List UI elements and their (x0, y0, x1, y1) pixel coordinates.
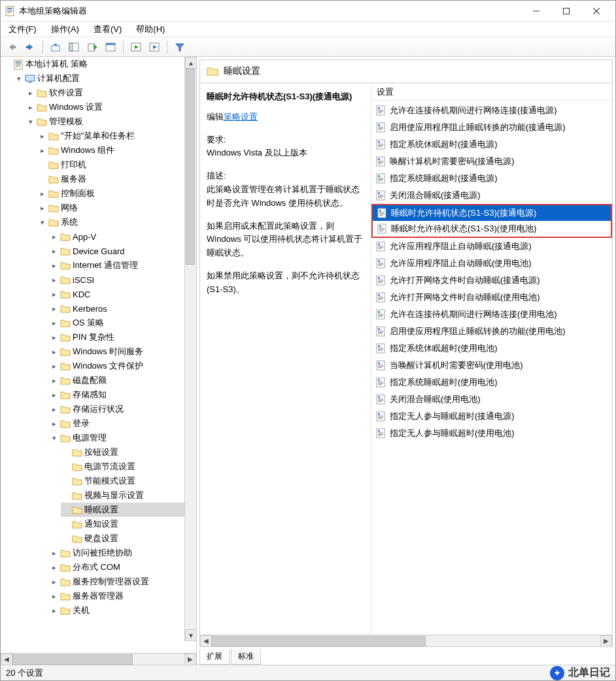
settings-list-item[interactable]: 允许应用程序阻止自动睡眠(使用电池) (371, 255, 612, 272)
tree-system-child[interactable]: ▸访问被拒绝协助 (49, 546, 196, 560)
tree-power-child[interactable]: 通知设置 (61, 517, 196, 531)
maximize-button[interactable] (551, 1, 581, 21)
scroll-up-button[interactable]: ▲ (185, 57, 196, 69)
tree-expander-icon[interactable]: ▾ (15, 75, 23, 83)
tree-expander-icon[interactable]: ▸ (50, 233, 58, 241)
settings-list-item[interactable]: 指定系统睡眠超时(接通电源) (371, 170, 612, 187)
tree-expander-icon[interactable]: ▸ (50, 391, 58, 399)
settings-list-item[interactable]: 指定无人参与睡眠超时(使用电池) (371, 425, 612, 442)
tree-power-child[interactable]: 节能模式设置 (61, 474, 196, 488)
tab-extended[interactable]: 扩展 (199, 649, 230, 665)
tree-expander-icon[interactable]: ▸ (39, 204, 46, 212)
menu-view[interactable]: 查看(V) (90, 22, 126, 37)
settings-list-item[interactable]: 允许在连接待机期间进行网络连接(使用电池) (371, 306, 612, 323)
edit-policy-link[interactable]: 策略设置 (224, 112, 258, 122)
settings-list-item[interactable]: 允许应用程序阻止自动睡眠(接通电源) (371, 238, 612, 255)
tree-system-child[interactable]: ▸OS 策略 (49, 316, 196, 330)
tree-vertical-scrollbar[interactable]: ▲ ▼ (184, 57, 196, 641)
tree-printers[interactable]: 打印机 (37, 158, 196, 172)
menu-file[interactable]: 文件(F) (5, 22, 41, 37)
tree-expander-icon[interactable]: ▾ (27, 118, 35, 126)
settings-list-item[interactable]: 指定系统睡眠超时(使用电池) (371, 374, 612, 391)
tree-computer-config[interactable]: ▾计算机配置 (14, 71, 196, 86)
tree-expander-icon[interactable]: ▸ (50, 247, 58, 256)
tree-expander-icon[interactable]: ▸ (39, 190, 46, 198)
tree-expander-icon[interactable]: ▸ (50, 549, 58, 557)
settings-list-item[interactable]: 指定系统休眠超时(接通电源) (371, 136, 612, 153)
tree-expander-icon[interactable]: ▸ (50, 305, 58, 313)
up-button[interactable] (48, 40, 63, 54)
nav-back-button[interactable] (5, 40, 19, 54)
scroll-down-button[interactable]: ▼ (185, 629, 196, 641)
tree-sleep-settings[interactable]: 睡眠设置 (61, 503, 196, 517)
tree-system-child[interactable]: ▸PIN 复杂性 (49, 330, 196, 344)
menu-action[interactable]: 操作(A) (47, 22, 83, 37)
tree-expander-icon[interactable]: ▸ (50, 348, 58, 356)
close-button[interactable] (581, 1, 611, 21)
tree-system-child[interactable]: ▸Kerberos (49, 301, 196, 316)
tree-admin-templates[interactable]: ▾管理模板 (26, 114, 196, 129)
properties-button[interactable] (103, 40, 118, 54)
tree-expander-icon[interactable]: ▸ (50, 606, 58, 615)
list-horizontal-scrollbar[interactable]: ◀ ▶ (200, 635, 612, 646)
settings-list-item[interactable]: 唤醒计算机时需要密码(接通电源) (371, 153, 612, 170)
tree-expander-icon[interactable]: ▸ (50, 290, 58, 299)
tree-power-child[interactable]: 电源节流设置 (61, 459, 196, 474)
scroll-right-button[interactable]: ▶ (600, 635, 612, 647)
refresh-button[interactable] (129, 40, 143, 54)
tree-power-child[interactable]: 视频与显示设置 (61, 488, 196, 503)
scroll-left-button[interactable]: ◀ (1, 654, 12, 665)
tree-system-child[interactable]: ▸磁盘配额 (49, 373, 196, 388)
tree-expander-icon[interactable]: ▸ (50, 276, 58, 284)
scroll-right-button[interactable]: ▶ (184, 654, 196, 665)
tree-expander-icon[interactable]: ▸ (27, 89, 35, 97)
tree-network[interactable]: ▸网络 (37, 201, 196, 215)
export-button[interactable] (85, 40, 99, 54)
settings-list[interactable]: 允许在连接待机期间进行网络连接(接通电源)启用使应用程序阻止睡眠转换的功能(接通… (371, 101, 612, 443)
tree-software-settings[interactable]: ▸软件设置 (26, 86, 196, 100)
tree-expander-icon[interactable]: ▸ (50, 405, 58, 414)
settings-list-item[interactable]: 允许在连接待机期间进行网络连接(接通电源) (371, 102, 612, 119)
tree-expander-icon[interactable]: ▾ (50, 434, 58, 442)
tab-standard[interactable]: 标准 (231, 649, 261, 665)
tree-power-child[interactable]: 硬盘设置 (61, 531, 196, 546)
scroll-left-button[interactable]: ◀ (200, 635, 212, 647)
tree-system-child[interactable]: ▸KDC (49, 287, 196, 301)
tree-system-child[interactable]: ▸App-V (49, 229, 196, 244)
tree-expander-icon[interactable]: ▸ (50, 333, 58, 342)
settings-list-item[interactable]: 关闭混合睡眠(使用电池) (371, 391, 612, 408)
tree-expander-icon[interactable]: ▾ (39, 218, 46, 227)
tree-system[interactable]: ▾系统 (37, 215, 196, 229)
nav-forward-button[interactable] (23, 40, 37, 54)
tree-system-child[interactable]: ▸Internet 通信管理 (49, 258, 196, 273)
tree-system-child[interactable]: ▸分布式 COM (49, 560, 196, 574)
console-tree[interactable]: 本地计算机 策略▾计算机配置▸软件设置▸Windows 设置▾管理模板▸"开始"… (1, 57, 196, 618)
tree-windows-settings[interactable]: ▸Windows 设置 (26, 100, 196, 114)
settings-list-item[interactable]: 启用使应用程序阻止睡眠转换的功能(接通电源) (371, 119, 612, 136)
tree-expander-icon[interactable]: ▸ (50, 261, 58, 270)
tree-horizontal-scrollbar[interactable]: ◀ ▶ (1, 653, 196, 665)
filter-button[interactable] (173, 40, 187, 54)
tree-expander-icon[interactable]: ▸ (50, 319, 58, 327)
tree-expander-icon[interactable]: ▸ (50, 563, 58, 572)
settings-list-item[interactable]: 当唤醒计算机时需要密码(使用电池) (371, 357, 612, 374)
tree-system-child[interactable]: ▸存储感知 (49, 388, 196, 402)
settings-list-item[interactable]: 睡眠时允许待机状态(S1-S3)(接通电源) (371, 204, 612, 221)
tree-control-panel[interactable]: ▸控制面板 (37, 186, 196, 201)
tree-root-node[interactable]: 本地计算机 策略 (2, 57, 196, 71)
tree-system-child[interactable]: ▸存储运行状况 (49, 402, 196, 416)
settings-list-item[interactable]: 启用使应用程序阻止睡眠转换的功能(使用电池) (371, 323, 612, 340)
tree-servers[interactable]: 服务器 (37, 172, 196, 186)
tree-expander-icon[interactable]: ▸ (39, 132, 46, 141)
tree-expander-icon[interactable]: ▸ (27, 103, 35, 112)
settings-list-item[interactable]: 允许打开网络文件时自动睡眠(接通电源) (371, 272, 612, 289)
list-column-header[interactable]: 设置 (371, 84, 612, 101)
settings-list-item[interactable]: 指定无人参与睡眠超时(接通电源) (371, 408, 612, 425)
help-button[interactable] (147, 40, 162, 54)
tree-system-child[interactable]: ▸iSCSI (49, 273, 196, 287)
tree-system-child[interactable]: ▸Windows 文件保护 (49, 359, 196, 373)
tree-expander-icon[interactable]: ▸ (50, 362, 58, 371)
show-hide-tree-button[interactable] (67, 40, 81, 54)
menu-help[interactable]: 帮助(H) (132, 22, 169, 37)
tree-system-child[interactable]: ▸服务控制管理器设置 (49, 574, 196, 589)
